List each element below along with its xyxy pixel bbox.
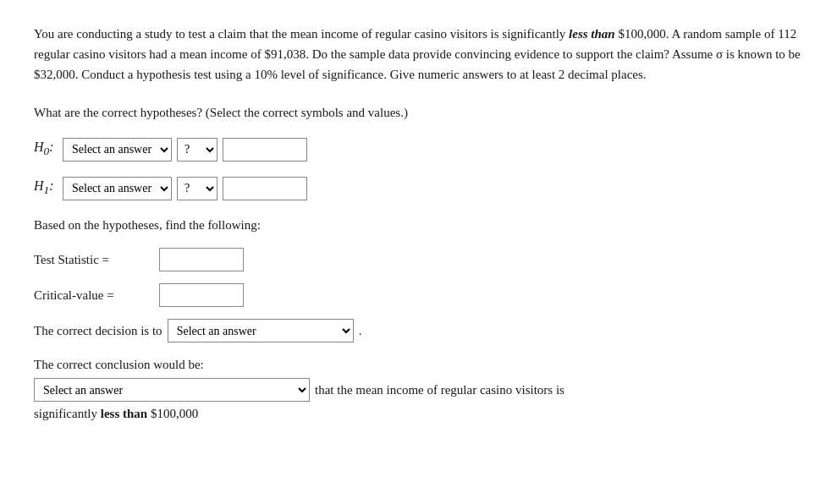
decision-row: The correct decision is to Select an ans… (34, 319, 803, 342)
conclusion-tail: that the mean income of regular casino v… (315, 380, 564, 400)
h0-label: H0: (34, 140, 58, 158)
conclusion-prefix: The correct conclusion would be: (34, 358, 204, 371)
find-following-label: Based on the hypotheses, find the follow… (34, 216, 803, 235)
h1-label: H1: (34, 178, 58, 197)
h1-answer-select[interactable]: Select an answer μ σ p (63, 177, 172, 200)
test-statistic-row: Test Statistic = (34, 248, 803, 271)
h1-value-input[interactable] (223, 177, 307, 200)
critical-value-label: Critical-value = (34, 288, 152, 303)
conclusion-select[interactable]: Select an answer There is sufficient evi… (34, 378, 310, 402)
h0-symbol-select[interactable]: ? = ≠ < > ≤ ≥ (177, 138, 218, 162)
h0-subscript: 0 (44, 145, 50, 158)
test-statistic-input[interactable] (159, 248, 244, 271)
conclusion-section: The correct conclusion would be: Select … (34, 354, 803, 424)
decision-prefix: The correct decision is to (34, 320, 162, 341)
h0-row: H0: Select an answer μ σ p ? = ≠ < > ≤ ≥ (34, 138, 803, 162)
conclusion-last-line: significantly less than $100,000 (34, 403, 803, 424)
h1-row: H1: Select an answer μ σ p ? = ≠ < > ≤ ≥ (34, 177, 803, 200)
hypotheses-question: What are the correct hypotheses? (Select… (34, 103, 803, 123)
decision-select[interactable]: Select an answer Reject H₀ Fail to Rejec… (168, 319, 354, 342)
h0-answer-select[interactable]: Select an answer μ σ p (63, 138, 172, 162)
problem-text: You are conducting a study to test a cla… (34, 24, 803, 85)
critical-value-input[interactable] (159, 283, 244, 307)
conclusion-row: Select an answer There is sufficient evi… (34, 378, 803, 402)
h0-value-input[interactable] (223, 138, 307, 162)
test-statistic-label: Test Statistic = (34, 253, 152, 267)
h1-subscript: 1 (44, 184, 50, 197)
critical-value-row: Critical-value = (34, 283, 803, 307)
h1-symbol-select[interactable]: ? = ≠ < > ≤ ≥ (177, 177, 218, 200)
decision-period: . (359, 320, 362, 341)
